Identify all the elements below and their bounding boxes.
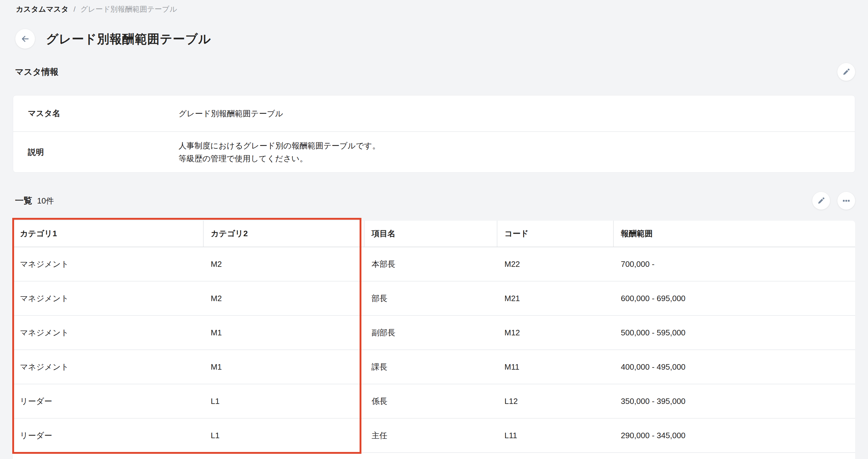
cell-category2: L1 [204,419,365,452]
cell-category1: リーダー [13,419,204,452]
table-row: マネジメント M2 本部長 M22 700,000 - [13,247,855,282]
master-info-edit-button[interactable] [837,63,855,81]
table-header-row: カテゴリ1 カテゴリ2 項目名 コード 報酬範囲 [13,221,855,247]
cell-range: 350,000 - 395,000 [614,384,855,418]
breadcrumb: カスタムマスタ / グレード別報酬範囲テーブル [13,0,855,13]
cell-category2: L1 [204,384,365,418]
cell-item-name: 副部長 [365,316,497,350]
breadcrumb-current: グレード別報酬範囲テーブル [81,5,177,13]
grade-table: カテゴリ1 カテゴリ2 項目名 コード 報酬範囲 マネジメント M2 本部長 M… [13,221,855,459]
cell-category1: マネジメント [13,247,204,281]
cell-category2: M1 [204,350,365,384]
table-row: マネジメント M2 部長 M21 600,000 - 695,000 [13,282,855,316]
table-row: マネジメント M1 副部長 M12 500,000 - 595,000 [13,316,855,350]
cell-code: L11 [497,419,614,452]
page-title: グレード別報酬範囲テーブル [46,31,211,47]
list-edit-button[interactable] [812,192,830,209]
master-info-heading: マスタ情報 [15,66,59,78]
ellipsis-icon [842,196,851,205]
cell-category1: マネジメント [13,350,204,384]
table-row-partial [13,453,855,459]
pencil-icon [842,67,851,76]
cell-item-name: 主任 [365,419,497,452]
cell-item-name: 本部長 [365,247,497,281]
info-value: グレード別報酬範囲テーブル [179,107,283,120]
info-value: 人事制度におけるグレード別の報酬範囲テーブルです。 等級歴の管理で使用してくださ… [179,139,380,165]
info-label: 説明 [13,147,179,158]
cell-category1: マネジメント [13,316,204,350]
arrow-left-icon [20,34,30,44]
cell-code: M22 [497,247,614,281]
info-row-description: 説明 人事制度におけるグレード別の報酬範囲テーブルです。 等級歴の管理で使用して… [13,131,855,172]
info-label: マスタ名 [13,108,179,119]
table-row: マネジメント M1 課長 M11 400,000 - 495,000 [13,350,855,384]
cell-range: 600,000 - 695,000 [614,282,855,315]
cell-range: 400,000 - 495,000 [614,350,855,384]
list-section-header: 一覧 10件 [13,192,855,209]
list-heading: 一覧 [15,195,32,206]
cell-range: 500,000 - 595,000 [614,316,855,350]
cell-code: L12 [497,384,614,418]
cell-range: 700,000 - [614,247,855,281]
cell-category1: リーダー [13,384,204,418]
cell-item-name: 課長 [365,350,497,384]
cell-code: M21 [497,282,614,315]
master-info-section-header: マスタ情報 [13,63,855,81]
breadcrumb-separator: / [73,5,76,13]
cell-category1: マネジメント [13,282,204,315]
pencil-icon [816,196,826,205]
table-row: リーダー L1 係長 L12 350,000 - 395,000 [13,384,855,419]
cell-code: M11 [497,350,614,384]
breadcrumb-link-custom-master[interactable]: カスタムマスタ [16,5,69,13]
column-header-category2: カテゴリ2 [204,221,365,247]
back-button[interactable] [15,29,35,48]
cell-code: M12 [497,316,614,350]
column-header-code: コード [497,221,614,247]
cell-category2: M2 [204,247,365,281]
column-header-category1: カテゴリ1 [13,221,204,247]
list-more-button[interactable] [837,192,855,209]
cell-item-name: 部長 [365,282,497,315]
page: カスタムマスタ / グレード別報酬範囲テーブル グレード別報酬範囲テーブル マス… [0,0,868,459]
table-row: リーダー L1 主任 L11 290,000 - 345,000 [13,419,855,453]
cell-category2: M2 [204,282,365,315]
description-line-1: 人事制度におけるグレード別の報酬範囲テーブルです。 [179,139,380,152]
cell-item-name: 係長 [365,384,497,418]
info-row-master-name: マスタ名 グレード別報酬範囲テーブル [13,96,855,131]
description-line-2: 等級歴の管理で使用してください。 [179,152,380,165]
title-row: グレード別報酬範囲テーブル [15,29,855,48]
master-info-card: マスタ名 グレード別報酬範囲テーブル 説明 人事制度におけるグレード別の報酬範囲… [13,95,855,172]
cell-range: 290,000 - 345,000 [614,419,855,452]
cell-category2: M1 [204,316,365,350]
column-header-item-name: 項目名 [365,221,497,247]
list-count: 10件 [37,196,54,206]
column-header-range: 報酬範囲 [614,221,855,247]
